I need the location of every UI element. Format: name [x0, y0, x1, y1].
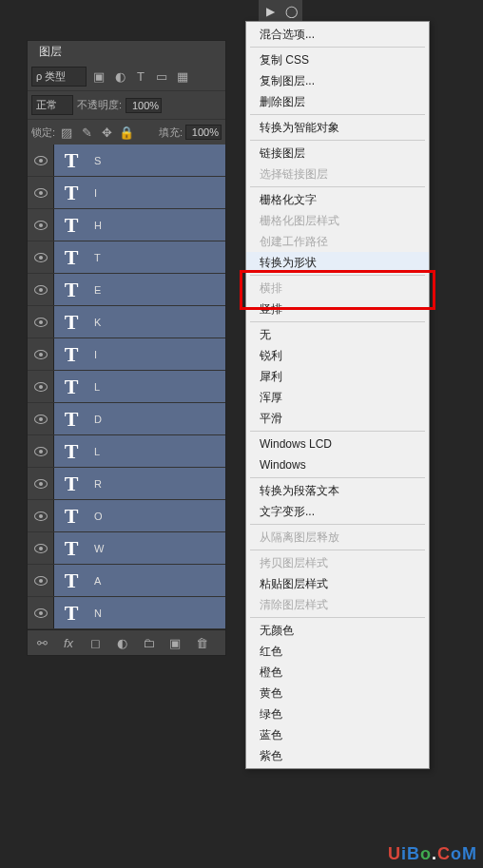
filter-adjust-icon[interactable]: ◐	[111, 68, 128, 86]
filter-smart-icon[interactable]: ▦	[174, 68, 191, 86]
layer-row[interactable]: TI	[28, 338, 225, 371]
layer-row[interactable]: TW	[28, 532, 225, 565]
lock-all-icon[interactable]: 🔒	[118, 124, 135, 141]
layer-row[interactable]: TH	[28, 209, 225, 241]
lock-move-icon[interactable]: ✥	[98, 124, 115, 141]
layer-name[interactable]: L	[88, 381, 225, 393]
layer-name[interactable]: S	[88, 155, 225, 166]
filter-text-icon[interactable]: T	[132, 68, 149, 86]
menu-item[interactable]: 粘贴图层样式	[246, 573, 429, 594]
layer-row[interactable]: TE	[28, 274, 225, 306]
layer-name[interactable]: A	[88, 575, 225, 587]
layer-name[interactable]: I	[88, 187, 225, 199]
visibility-toggle[interactable]	[28, 274, 54, 305]
layer-name[interactable]: L	[88, 446, 225, 457]
filter-shape-icon[interactable]: ▭	[153, 68, 170, 86]
visibility-toggle[interactable]	[28, 371, 54, 402]
menu-item: 拷贝图层样式	[246, 552, 429, 573]
visibility-toggle[interactable]	[28, 435, 54, 467]
trash-icon[interactable]: 🗑	[193, 634, 210, 651]
layer-row[interactable]: TS	[28, 145, 225, 177]
visibility-toggle[interactable]	[28, 500, 54, 531]
opacity-input[interactable]: 100%	[126, 98, 162, 113]
layer-name[interactable]: I	[88, 349, 225, 360]
text-layer-icon: T	[54, 213, 88, 238]
menu-item[interactable]: 转换为段落文本	[246, 480, 429, 501]
menu-item[interactable]: 黄色	[246, 683, 429, 704]
menu-item[interactable]: 无颜色	[246, 620, 429, 641]
menu-item[interactable]: Windows	[246, 454, 429, 475]
layer-row[interactable]: TO	[28, 500, 225, 532]
text-layer-icon: T	[54, 439, 88, 464]
menu-item[interactable]: 栅格化文字	[246, 189, 429, 210]
menu-item[interactable]: 链接图层	[246, 143, 429, 164]
menu-item[interactable]: 浑厚	[246, 387, 429, 408]
layer-name[interactable]: H	[88, 220, 225, 231]
blend-mode-select[interactable]: 正常	[31, 95, 73, 115]
visibility-toggle[interactable]	[28, 209, 54, 241]
layer-name[interactable]: N	[88, 608, 225, 619]
layer-row[interactable]: TL	[28, 371, 225, 403]
lock-brush-icon[interactable]: ✎	[78, 124, 95, 141]
layer-name[interactable]: K	[88, 317, 225, 328]
filter-image-icon[interactable]: ▣	[90, 68, 107, 86]
eye-icon	[34, 415, 48, 424]
menu-item[interactable]: Windows LCD	[246, 434, 429, 454]
visibility-toggle[interactable]	[28, 597, 54, 628]
fill-input[interactable]: 100%	[185, 125, 222, 140]
layers-tab[interactable]: 图层	[28, 41, 73, 63]
layer-name[interactable]: O	[88, 511, 225, 522]
menu-item[interactable]: 竖排	[246, 299, 429, 319]
visibility-toggle[interactable]	[28, 306, 54, 338]
layer-type-filter[interactable]: ρ 类型	[31, 67, 87, 87]
layer-row[interactable]: TI	[28, 177, 225, 209]
group-icon[interactable]: 🗀	[140, 634, 157, 651]
menu-item[interactable]: 蓝色	[246, 724, 429, 745]
menu-item[interactable]: 复制 CSS	[246, 49, 429, 70]
layer-row[interactable]: TD	[28, 403, 225, 435]
visibility-toggle[interactable]	[28, 338, 54, 370]
layer-row[interactable]: TT	[28, 241, 225, 274]
layer-row[interactable]: TA	[28, 565, 225, 597]
visibility-toggle[interactable]	[28, 403, 54, 434]
menu-item[interactable]: 紫色	[246, 745, 429, 766]
new-layer-icon[interactable]: ▣	[166, 634, 184, 651]
mask-icon[interactable]: ◻	[87, 634, 104, 651]
menu-item[interactable]: 红色	[246, 641, 429, 662]
menu-separator	[250, 140, 425, 141]
menu-item[interactable]: 平滑	[246, 408, 429, 429]
layer-name[interactable]: W	[88, 543, 225, 554]
menu-item[interactable]: 橙色	[246, 662, 429, 683]
visibility-toggle[interactable]	[28, 532, 54, 564]
layer-name[interactable]: E	[88, 284, 225, 296]
lock-transparent-icon[interactable]: ▨	[58, 124, 75, 141]
menu-item[interactable]: 复制图层...	[246, 70, 429, 91]
menu-item[interactable]: 混合选项...	[246, 24, 429, 45]
layer-row[interactable]: TL	[28, 435, 225, 468]
menu-item[interactable]: 转换为形状	[246, 252, 429, 273]
menu-item[interactable]: 绿色	[246, 704, 429, 724]
menu-item[interactable]: 锐利	[246, 345, 429, 366]
visibility-toggle[interactable]	[28, 145, 54, 176]
visibility-toggle[interactable]	[28, 177, 54, 208]
menu-item[interactable]: 删除图层	[246, 91, 429, 112]
layer-row[interactable]: TN	[28, 597, 225, 629]
visibility-toggle[interactable]	[28, 468, 54, 499]
adjustment-icon[interactable]: ◐	[113, 634, 130, 651]
visibility-toggle[interactable]	[28, 241, 54, 273]
layer-row[interactable]: TK	[28, 306, 225, 338]
layer-name[interactable]: D	[88, 414, 225, 425]
menu-item[interactable]: 无	[246, 324, 429, 345]
layer-row[interactable]: TR	[28, 468, 225, 500]
link-layers-icon[interactable]: ⚯	[33, 634, 50, 651]
eye-icon	[34, 188, 48, 198]
layer-name[interactable]: R	[88, 478, 225, 490]
menu-item[interactable]: 转换为智能对象	[246, 117, 429, 138]
move-tool-icon[interactable]: ▶	[261, 2, 280, 21]
visibility-toggle[interactable]	[28, 565, 54, 596]
menu-item[interactable]: 文字变形...	[246, 501, 429, 522]
fx-icon[interactable]: fx	[60, 634, 77, 651]
layer-name[interactable]: T	[88, 252, 225, 263]
marquee-tool-icon[interactable]: ◯	[281, 2, 300, 21]
menu-item[interactable]: 犀利	[246, 366, 429, 387]
